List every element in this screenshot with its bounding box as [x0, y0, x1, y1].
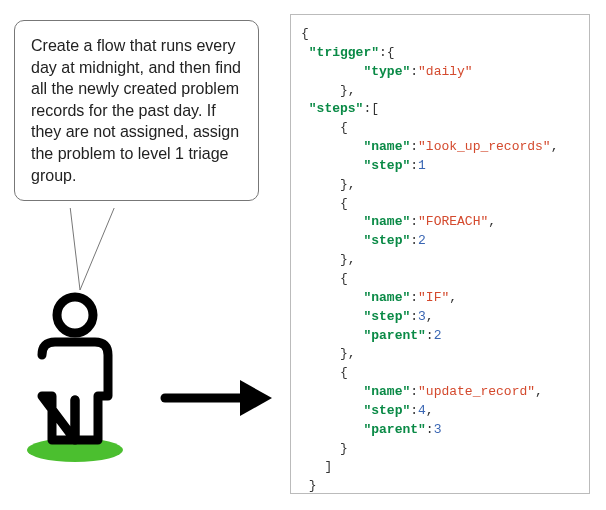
key-parent: "parent": [363, 328, 425, 343]
key-parent: "parent": [363, 422, 425, 437]
person-icon: [10, 290, 150, 474]
key-steps: "steps": [309, 101, 364, 116]
val-if: "IF": [418, 290, 449, 305]
val-1: 1: [418, 158, 426, 173]
svg-marker-6: [240, 380, 272, 416]
code-output: { "trigger":{ "type":"daily" }, "steps":…: [290, 14, 590, 494]
val-4: 4: [418, 403, 426, 418]
speech-text: Create a flow that runs every day at mid…: [31, 37, 241, 184]
key-name: "name": [363, 214, 410, 229]
val-3: 3: [418, 309, 426, 324]
key-step: "step": [363, 233, 410, 248]
key-name: "name": [363, 384, 410, 399]
val-daily: "daily": [418, 64, 473, 79]
val-lookup: "look_up_records": [418, 139, 551, 154]
speech-bubble: Create a flow that runs every day at mid…: [14, 20, 259, 201]
val-2: 2: [418, 233, 426, 248]
svg-point-3: [57, 297, 93, 333]
key-trigger: "trigger": [309, 45, 379, 60]
svg-marker-0: [70, 206, 115, 290]
val-p3: 3: [434, 422, 442, 437]
arrow-right-icon: [160, 368, 280, 432]
val-foreach: "FOREACH": [418, 214, 488, 229]
key-step: "step": [363, 309, 410, 324]
key-step: "step": [363, 403, 410, 418]
key-step: "step": [363, 158, 410, 173]
svg-rect-1: [68, 204, 118, 208]
key-name: "name": [363, 290, 410, 305]
key-type: "type": [363, 64, 410, 79]
key-name: "name": [363, 139, 410, 154]
val-update: "update_record": [418, 384, 535, 399]
val-p2: 2: [434, 328, 442, 343]
